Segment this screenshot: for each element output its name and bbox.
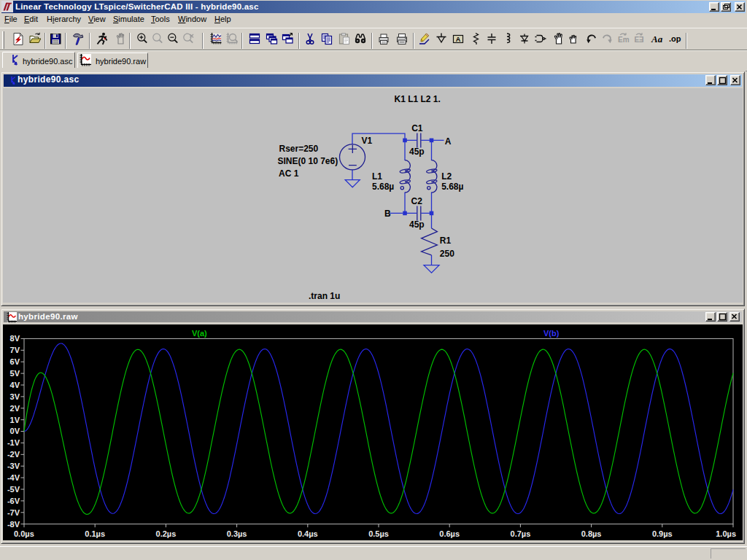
svg-text:V(a): V(a) [192,329,207,338]
svg-text:L1: L1 [372,171,382,182]
svg-text:0.8µs: 0.8µs [581,529,602,538]
svg-text:0.1µs: 0.1µs [85,529,105,538]
svg-text:0.7µs: 0.7µs [511,529,531,538]
svg-text:Aa: Aa [651,34,663,44]
svg-text:0.5µs: 0.5µs [368,529,389,538]
svg-text:.op: .op [669,34,681,43]
svg-text:AC 1: AC 1 [279,168,299,179]
svg-text:0.3µs: 0.3µs [227,529,247,538]
svg-text:0.4µs: 0.4µs [298,529,318,538]
svg-text:R1: R1 [440,236,452,246]
svg-text:-3V: -3V [7,462,20,470]
svg-text:2V: 2V [10,404,20,413]
svg-text:-4V: -4V [7,473,20,482]
svg-text:45p: 45p [409,147,425,157]
svg-text:6V: 6V [10,357,20,366]
svg-text:5.68µ: 5.68µ [372,182,394,192]
svg-text:0.6µs: 0.6µs [439,529,460,538]
svg-text:A: A [456,36,461,43]
svg-text:1V: 1V [10,416,20,424]
svg-text:A: A [445,136,452,147]
svg-text:.tran 1u: .tran 1u [309,291,340,301]
svg-text:45p: 45p [409,219,425,230]
svg-text:8V: 8V [10,334,20,343]
svg-text:-5V: -5V [7,485,20,494]
svg-text:3V: 3V [10,392,20,401]
svg-text:V(b): V(b) [543,329,560,338]
svg-text:V1: V1 [361,136,372,146]
svg-text:-2V: -2V [7,450,20,459]
svg-text:-7V: -7V [7,508,20,517]
svg-text:0.2µs: 0.2µs [156,529,177,538]
svg-text:C1: C1 [411,123,423,133]
svg-text:E: E [639,36,644,44]
svg-text:L2: L2 [441,171,452,182]
svg-text:7V: 7V [10,346,20,354]
svg-text:4V: 4V [10,381,20,389]
svg-text:-1V: -1V [7,438,20,447]
svg-text:1.0µs: 1.0µs [716,529,736,538]
svg-text:K1 L1 L2 1.: K1 L1 L2 1. [395,94,441,104]
svg-text:0.9µs: 0.9µs [652,529,673,538]
svg-text:0.0µs: 0.0µs [14,529,34,538]
svg-text:C2: C2 [411,196,423,206]
svg-text:Em: Em [618,36,630,44]
svg-text:B: B [384,209,391,219]
svg-text:-8V: -8V [7,520,20,529]
svg-text:0V: 0V [10,427,20,435]
svg-text:250: 250 [440,249,454,259]
svg-text:5V: 5V [10,369,20,378]
svg-text:Rser=250: Rser=250 [279,144,319,154]
svg-text:E: E [635,36,640,44]
svg-text:SINE(0 10 7e6): SINE(0 10 7e6) [278,156,338,166]
svg-text:5.68µ: 5.68µ [441,182,463,192]
svg-text:-6V: -6V [7,497,20,505]
